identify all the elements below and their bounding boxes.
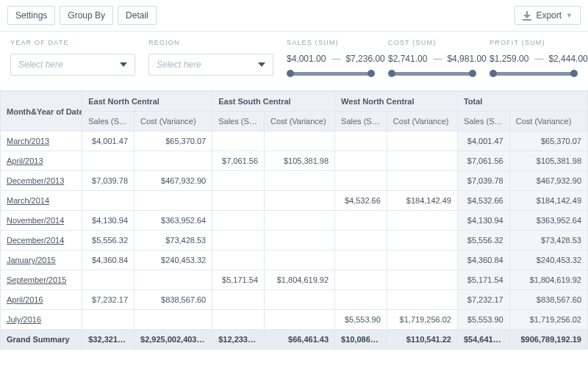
row-label[interactable]: November/2014 bbox=[1, 211, 82, 231]
cell-wnc_c bbox=[387, 151, 457, 171]
col-group-total[interactable]: Total bbox=[457, 92, 587, 112]
cell-tot_c: $65,370.07 bbox=[509, 131, 587, 151]
cell-enc_s: $4,130.94 bbox=[82, 211, 135, 231]
col-wnc-sales[interactable]: Sales (Sum) bbox=[335, 112, 387, 131]
cell-wnc_s bbox=[335, 270, 387, 290]
filter-bar: YEAR OF DATE Select here REGION Select h… bbox=[0, 32, 588, 91]
range-dash: — bbox=[331, 54, 340, 64]
cell-esc_c bbox=[265, 171, 335, 191]
cell-tot_s: $7,039.78 bbox=[457, 171, 509, 191]
cell-enc_s bbox=[82, 270, 135, 290]
slider-thumb-right[interactable] bbox=[368, 70, 375, 77]
caret-down-icon: ▼ bbox=[566, 12, 573, 19]
col-group-enc[interactable]: East North Central bbox=[82, 92, 212, 112]
cell-wnc_s bbox=[335, 250, 387, 270]
table-row: March/2013$4,001.47$65,370.07$4,001.47$6… bbox=[1, 131, 588, 151]
row-header-label: Month&Year of Date bbox=[7, 107, 82, 116]
table-row: April/2016$7,232.17$838,567.60$7,232.17$… bbox=[1, 290, 588, 310]
cell-tot_c: $105,381.98 bbox=[509, 151, 587, 171]
cell-wnc_c bbox=[387, 171, 457, 191]
cell-enc_s: $5,556.32 bbox=[82, 231, 135, 250]
filter-sales: SALES (SUM) $4,001.00 — $7,236.00 bbox=[287, 39, 375, 80]
cell-wnc_s bbox=[335, 211, 387, 231]
row-label[interactable]: April/2013 bbox=[1, 151, 82, 171]
profit-range-slider[interactable] bbox=[490, 68, 578, 80]
range-max: $2,444.00 bbox=[548, 54, 587, 64]
range-max: $7,236.00 bbox=[345, 54, 384, 64]
row-header[interactable]: Month&Year of Date bbox=[1, 92, 82, 131]
cell-tot_s: $5,171.54 bbox=[457, 270, 509, 290]
cell-esc_c bbox=[265, 250, 335, 270]
row-label[interactable]: December/2014 bbox=[1, 231, 82, 250]
cell-enc_c: $65,370.07 bbox=[135, 131, 212, 151]
caret-down-icon bbox=[120, 62, 127, 67]
cell-wnc_s bbox=[335, 131, 387, 151]
cell-enc_c: $467,932.90 bbox=[135, 171, 212, 191]
col-group-esc[interactable]: East South Central bbox=[212, 92, 335, 112]
row-label[interactable]: March/2013 bbox=[1, 131, 82, 151]
table-row: April/2013$7,061.56$105,381.98$7,061.56$… bbox=[1, 151, 588, 171]
row-label[interactable]: March/2014 bbox=[1, 191, 82, 211]
slider-thumb-right[interactable] bbox=[570, 70, 578, 77]
cell-wnc_c bbox=[387, 250, 457, 270]
export-button[interactable]: Export ▼ bbox=[514, 6, 581, 25]
cell-enc_s: $7,232.17 bbox=[82, 290, 135, 310]
cell-tot_c: $73,428.53 bbox=[509, 231, 587, 250]
group-by-button[interactable]: Group By bbox=[60, 6, 113, 25]
col-enc-sales[interactable]: Sales (Sum) bbox=[82, 112, 135, 131]
cell-esc_s bbox=[212, 191, 265, 211]
col-esc-cost[interactable]: Cost (Variance) bbox=[265, 112, 335, 131]
row-label[interactable]: July/2016 bbox=[1, 310, 82, 330]
export-label: Export bbox=[536, 10, 562, 21]
cell-wnc_c: $1,719,256.02 bbox=[387, 310, 457, 330]
grand-cell-enc_c: $2,925,002,403.32 bbox=[135, 330, 212, 350]
grand-cell-wnc_s: $10,086.56 bbox=[335, 330, 387, 350]
cell-enc_s: $4,001.47 bbox=[82, 131, 135, 151]
row-label[interactable]: December/2013 bbox=[1, 171, 82, 191]
slider-thumb-left[interactable] bbox=[287, 70, 294, 77]
slider-thumb-left[interactable] bbox=[490, 70, 497, 77]
cell-enc_c: $363,952.64 bbox=[135, 211, 212, 231]
region-select[interactable]: Select here bbox=[148, 54, 273, 76]
cost-range-slider[interactable] bbox=[388, 68, 476, 80]
cell-enc_c bbox=[135, 191, 212, 211]
cell-wnc_s bbox=[335, 290, 387, 310]
filter-label: PROFIT (SUM) bbox=[490, 39, 578, 46]
col-esc-sales[interactable]: Sales (Sum) bbox=[212, 112, 265, 131]
col-group-wnc[interactable]: West North Central bbox=[335, 92, 458, 112]
cell-tot_c: $1,804,619.92 bbox=[509, 270, 587, 290]
slider-thumb-left[interactable] bbox=[388, 70, 395, 77]
cell-wnc_c bbox=[387, 231, 457, 250]
table-row: December/2013$7,039.78$467,932.90$7,039.… bbox=[1, 171, 588, 191]
cell-esc_c bbox=[265, 290, 335, 310]
col-tot-cost[interactable]: Cost (Variance) bbox=[509, 112, 587, 131]
cell-tot_s: $4,360.84 bbox=[457, 250, 509, 270]
cell-enc_s bbox=[82, 151, 135, 171]
cell-wnc_s bbox=[335, 151, 387, 171]
select-placeholder: Select here bbox=[157, 59, 201, 70]
slider-thumb-right[interactable] bbox=[469, 70, 476, 77]
cell-esc_c bbox=[265, 191, 335, 211]
settings-button[interactable]: Settings bbox=[7, 6, 55, 25]
detail-button[interactable]: Detail bbox=[118, 6, 157, 25]
col-enc-cost[interactable]: Cost (Variance) bbox=[135, 112, 212, 131]
row-label[interactable]: April/2016 bbox=[1, 290, 82, 310]
grand-cell-tot_c: $906,789,192.19 bbox=[509, 330, 587, 350]
year-of-date-select[interactable]: Select here bbox=[10, 54, 135, 76]
cell-esc_s: $5,171.54 bbox=[212, 270, 265, 290]
grand-label: Grand Summary bbox=[1, 330, 82, 350]
cell-wnc_c bbox=[387, 131, 457, 151]
sales-range-slider[interactable] bbox=[287, 68, 375, 80]
col-tot-sales[interactable]: Sales (Sum) bbox=[457, 112, 509, 131]
cell-enc_c: $240,453.32 bbox=[135, 250, 212, 270]
cell-enc_c bbox=[135, 270, 212, 290]
cell-esc_c bbox=[265, 211, 335, 231]
cell-tot_c: $184,142.49 bbox=[509, 191, 587, 211]
grand-summary-row: Grand Summary$32,321.52$2,925,002,403.32… bbox=[1, 330, 588, 350]
row-label[interactable]: September/2015 bbox=[1, 270, 82, 290]
row-label[interactable]: January/2015 bbox=[1, 250, 82, 270]
filter-label: REGION bbox=[148, 39, 273, 46]
col-wnc-cost[interactable]: Cost (Variance) bbox=[387, 112, 457, 131]
cell-wnc_s: $5,553.90 bbox=[335, 310, 387, 330]
filter-label: SALES (SUM) bbox=[287, 39, 375, 46]
